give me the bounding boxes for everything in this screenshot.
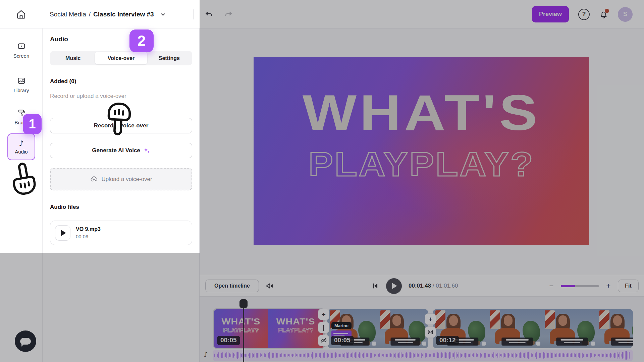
- panel-title: Audio: [50, 36, 68, 43]
- audio-file-name: VO 9.mp3: [76, 226, 101, 232]
- chevron-down-icon[interactable]: [159, 11, 167, 18]
- tab-music[interactable]: Music: [51, 52, 95, 64]
- breadcrumb-separator: /: [89, 11, 91, 18]
- breadcrumb-folder: Social Media: [50, 11, 86, 18]
- added-count-label: Added (0): [50, 78, 76, 85]
- library-icon: [17, 76, 26, 85]
- added-hint-text: Record or upload a voice-over: [50, 93, 126, 100]
- pointing-hand-icon: [7, 160, 40, 198]
- music-note-icon: ♪: [19, 139, 23, 147]
- sidebar-item-screen[interactable]: Screen: [0, 42, 43, 59]
- play-file-button[interactable]: [55, 225, 70, 241]
- upload-voice-over-button[interactable]: Upload a voice-over: [50, 168, 192, 190]
- play-icon: [61, 230, 66, 236]
- dim-overlay-bottom-left: [0, 253, 200, 362]
- step-1-badge: 1: [23, 114, 42, 134]
- audio-file-duration: 00:09: [76, 234, 101, 239]
- generate-ai-voice-button[interactable]: Generate AI Voice: [50, 143, 192, 158]
- audio-files-label: Audio files: [50, 204, 79, 210]
- sidebar-item-audio[interactable]: ♪ Audio: [7, 133, 35, 160]
- audio-tabs: Music Voice-over Settings: [50, 51, 192, 65]
- tab-voice-over[interactable]: Voice-over: [95, 52, 147, 64]
- breadcrumb-project: Classic Interview #3: [93, 11, 154, 18]
- sidebar-item-library[interactable]: Library: [0, 76, 43, 93]
- home-button[interactable]: [15, 8, 27, 20]
- audio-file-card[interactable]: VO 9.mp3 00:09: [50, 221, 192, 245]
- home-icon: [16, 9, 26, 20]
- pointing-hand-icon: [103, 101, 135, 136]
- cloud-upload-icon: [90, 175, 98, 183]
- step-2-badge: 2: [129, 29, 154, 52]
- screen-icon: [17, 42, 26, 51]
- dim-overlay-right: [200, 0, 644, 362]
- header-divider: [193, 9, 194, 19]
- sparkles-icon: [143, 147, 150, 154]
- breadcrumb[interactable]: Social Media / Classic Interview #3: [50, 0, 167, 28]
- tab-settings[interactable]: Settings: [147, 52, 191, 64]
